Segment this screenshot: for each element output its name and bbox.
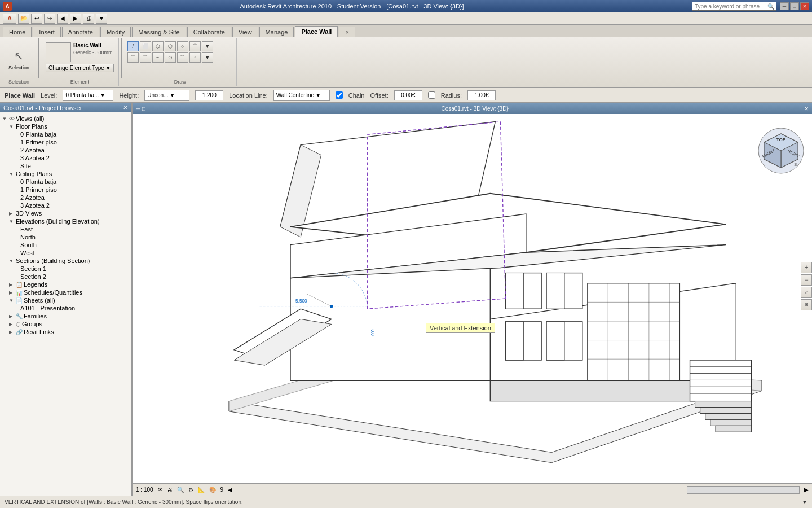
tree-views-all[interactable]: ▼ 👁 Views (all) xyxy=(0,115,131,122)
draw-circle-button[interactable]: ○ xyxy=(177,41,188,51)
draw-dropdown-button[interactable]: ▼ xyxy=(202,41,213,51)
location-line-dropdown[interactable]: Wall Centerline ▼ xyxy=(273,90,330,101)
tree-fp-0[interactable]: 0 Planta baja xyxy=(0,130,131,138)
svg-rect-19 xyxy=(588,283,680,381)
tree-ceiling-plans[interactable]: ▼ Ceiling Plans xyxy=(0,170,131,178)
offset-input[interactable] xyxy=(394,90,422,100)
draw-fillet-button[interactable]: ⌒ xyxy=(140,52,151,63)
project-browser-close[interactable]: ✕ xyxy=(123,104,128,111)
tree-item-label: North xyxy=(20,234,36,240)
zoom-extents-button[interactable]: ⊞ xyxy=(801,299,812,310)
change-element-type-button[interactable]: Change Element Type ▼ xyxy=(46,64,114,72)
draw-dropdown2-button[interactable]: ▼ xyxy=(202,52,213,63)
tree-sections[interactable]: ▼ Sections (Building Section) xyxy=(0,257,131,265)
tree-elev-west[interactable]: West xyxy=(0,249,131,257)
tab-home[interactable]: Home xyxy=(3,27,32,37)
draw-circumscribed-button[interactable]: ⬡ xyxy=(165,41,176,51)
viewport-canvas[interactable]: 5.500 0.0 Vertical and Extension xyxy=(133,114,812,483)
tab-insert[interactable]: Insert xyxy=(33,27,61,37)
tree-revit-links[interactable]: ▶ 🔗 Revit Links xyxy=(0,328,131,336)
tree-families[interactable]: ▶ 🔧 Families xyxy=(0,312,131,320)
modify-button[interactable]: ↖ Selection xyxy=(6,45,32,72)
radius-input[interactable] xyxy=(467,90,496,100)
nav-right-icon[interactable]: ▶ xyxy=(804,487,809,493)
svg-rect-28 xyxy=(690,360,752,401)
viewport-close-icon[interactable]: ✕ xyxy=(804,106,809,112)
zoom-fit-button[interactable]: ⤢ xyxy=(801,287,812,298)
nav-left-icon[interactable]: ◀ xyxy=(228,487,232,493)
draw-spline-button[interactable]: ~ xyxy=(152,52,164,63)
tree-elev-north[interactable]: North xyxy=(0,233,131,241)
redo-button[interactable]: ↪ xyxy=(44,14,55,24)
tab-massing[interactable]: Massing & Site xyxy=(132,27,186,37)
tree-elevations[interactable]: ▼ Elevations (Building Elevation) xyxy=(0,217,131,225)
undo-button[interactable]: ↩ xyxy=(31,14,42,24)
draw-inscribed-button[interactable]: ⬡ xyxy=(152,41,164,51)
navigation-cube[interactable]: TOP RIGHT FRONT S xyxy=(756,125,801,170)
tree-cp-0[interactable]: 0 Planta baja xyxy=(0,178,131,186)
tab-modify[interactable]: Modify xyxy=(100,27,131,37)
tree-groups[interactable]: ▶ ⬡ Groups xyxy=(0,320,131,328)
tree-fp-2[interactable]: 2 Azotea xyxy=(0,146,131,154)
tree-cp-2[interactable]: 2 Azotea xyxy=(0,194,131,202)
draw-ellipse-button[interactable]: ⊙ xyxy=(165,52,176,63)
tree-schedules[interactable]: ▶ 📊 Schedules/Quantities xyxy=(0,288,131,296)
tree-fp-site[interactable]: Site xyxy=(0,162,131,170)
titlebar-title: Autodesk Revit Architecture 2010 - Stude… xyxy=(12,3,692,10)
tree-elev-east[interactable]: East xyxy=(0,225,131,233)
height-dropdown[interactable]: Uncon... ▼ xyxy=(144,90,189,101)
filter-icon[interactable]: ▼ xyxy=(802,499,807,505)
tree-item-label: Schedules/Quantities xyxy=(24,289,82,296)
draw-rect-button[interactable]: ⬜ xyxy=(140,41,151,51)
tree-floor-plans[interactable]: ▼ Floor Plans xyxy=(0,122,131,130)
minimize-button[interactable]: ─ xyxy=(780,2,789,10)
wall-type-name: Basic Wall xyxy=(73,42,113,49)
app-menu-button[interactable]: A xyxy=(3,14,16,24)
tree-legends[interactable]: ▶ 📋 Legends xyxy=(0,281,131,288)
draw-line-button[interactable]: / xyxy=(127,41,139,51)
tab-close[interactable]: × xyxy=(339,27,355,37)
prev-view-button[interactable]: ◀ xyxy=(57,14,68,24)
ribbon-group-draw: / ⬜ ⬡ ⬡ ○ ⌒ ▼ ⌒ ⌒ ~ ⊙ ⌒ ↑ ▼ Draw xyxy=(124,38,237,86)
draw-partial-ellipse-button[interactable]: ⌒ xyxy=(177,52,188,63)
tree-sheets[interactable]: ▼ 📄 Sheets (all) xyxy=(0,296,131,304)
tree-elev-south[interactable]: South xyxy=(0,241,131,249)
expand-fam-icon: ▶ xyxy=(9,314,15,319)
tree-fp-3[interactable]: 3 Azotea 2 xyxy=(0,154,131,162)
tree-fp-1[interactable]: 1 Primer piso xyxy=(0,138,131,146)
tab-annotate[interactable]: Annotate xyxy=(62,27,99,37)
open-button[interactable]: 📂 xyxy=(18,14,29,24)
viewport-restore-icon[interactable]: □ xyxy=(142,106,145,112)
tree-3d-views[interactable]: ▶ 3D Views xyxy=(0,209,131,217)
search-bar[interactable]: 🔍 xyxy=(692,2,776,11)
tree-sec-1[interactable]: Section 1 xyxy=(0,265,131,273)
draw-start-end-button[interactable]: ⌒ xyxy=(189,41,201,51)
print-button[interactable]: 🖨 xyxy=(83,14,94,24)
next-view-button[interactable]: ▶ xyxy=(70,14,81,24)
tree-cp-1[interactable]: 1 Primer piso xyxy=(0,186,131,194)
zoom-in-button[interactable]: + xyxy=(801,262,812,273)
keyword-search-input[interactable] xyxy=(695,3,766,10)
draw-pick-button[interactable]: ↑ xyxy=(189,52,201,63)
viewport[interactable]: ─ □ Cosa01.rvt - 3D View: {3D} ✕ xyxy=(133,103,812,496)
level-dropdown[interactable]: 0 Planta ba... ▼ xyxy=(63,90,113,101)
tab-place-wall[interactable]: Place Wall xyxy=(295,26,338,37)
location-dropdown-arrow: ▼ xyxy=(315,92,321,98)
tree-item-label: 1 Primer piso xyxy=(20,186,57,193)
height-value-input[interactable] xyxy=(195,90,223,100)
tree-cp-3[interactable]: 3 Azotea 2 xyxy=(0,202,131,209)
chain-checkbox[interactable] xyxy=(336,91,343,99)
tree-sheet-a101[interactable]: A101 - Presentation xyxy=(0,304,131,312)
more-button[interactable]: ▼ xyxy=(96,14,107,24)
maximize-button[interactable]: □ xyxy=(790,2,799,10)
tab-view[interactable]: View xyxy=(232,27,258,37)
draw-tangent-button[interactable]: ⌒ xyxy=(127,52,139,63)
tab-collaborate[interactable]: Collaborate xyxy=(187,27,231,37)
close-button[interactable]: ✕ xyxy=(800,2,809,10)
viewport-minimize-icon[interactable]: ─ xyxy=(136,106,140,112)
tab-manage[interactable]: Manage xyxy=(259,27,294,37)
building-drawing: 5.500 0.0 xyxy=(133,114,812,483)
tree-sec-2[interactable]: Section 2 xyxy=(0,273,131,281)
zoom-out-button[interactable]: − xyxy=(801,274,812,286)
radius-checkbox[interactable] xyxy=(428,91,435,99)
